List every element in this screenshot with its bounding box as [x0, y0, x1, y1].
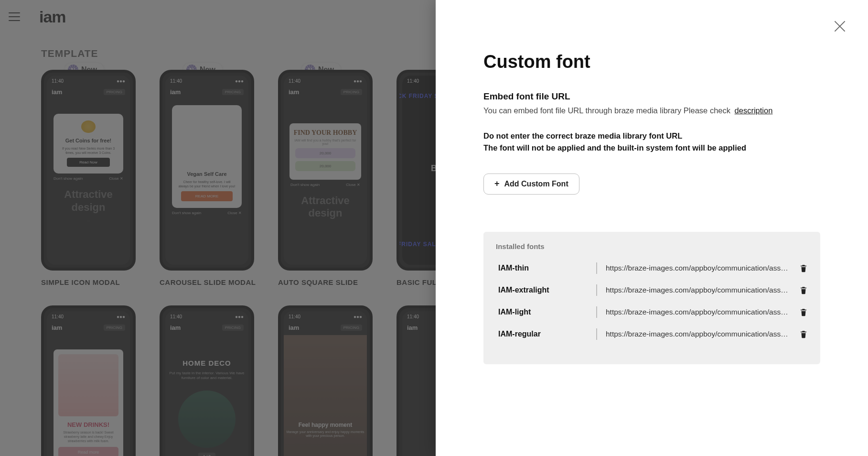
font-row: IAM-thin https://braze-images.com/appboy… — [483, 257, 820, 279]
divider — [596, 284, 597, 296]
font-url: https://braze-images.com/appboy/communic… — [606, 308, 799, 316]
warning-text: Do not enter the correct braze media lib… — [483, 130, 820, 154]
trash-icon[interactable] — [799, 329, 808, 339]
font-name: IAM-light — [496, 306, 596, 318]
installed-fonts-heading: Installed fonts — [483, 242, 820, 257]
panel-title: Custom font — [483, 52, 820, 72]
custom-font-panel: Custom font Embed font file URL You can … — [436, 0, 868, 456]
font-url: https://braze-images.com/appboy/communic… — [606, 264, 799, 272]
font-row: IAM-extralight https://braze-images.com/… — [483, 279, 820, 301]
trash-icon[interactable] — [799, 307, 808, 317]
description-link[interactable]: description — [735, 106, 773, 115]
modal-backdrop-overlay[interactable] — [0, 0, 436, 456]
embed-heading: Embed font file URL — [483, 91, 820, 102]
font-url: https://braze-images.com/appboy/communic… — [606, 286, 799, 294]
divider — [596, 262, 597, 274]
embed-description: You can embed font file URL through braz… — [483, 105, 820, 117]
add-custom-font-button[interactable]: + Add Custom Font — [483, 174, 579, 195]
font-name: IAM-extralight — [496, 284, 596, 296]
divider — [596, 328, 597, 340]
divider — [596, 306, 597, 318]
close-icon[interactable] — [833, 19, 847, 33]
font-url: https://braze-images.com/appboy/communic… — [606, 330, 799, 338]
font-name: IAM-regular — [496, 328, 596, 340]
trash-icon[interactable] — [799, 285, 808, 295]
plus-icon: + — [494, 179, 500, 188]
font-row: IAM-regular https://braze-images.com/app… — [483, 323, 820, 345]
font-row: IAM-light https://braze-images.com/appbo… — [483, 301, 820, 323]
trash-icon[interactable] — [799, 263, 808, 273]
font-name: IAM-thin — [496, 262, 596, 274]
installed-fonts-box: Installed fonts IAM-thin https://braze-i… — [483, 232, 820, 364]
